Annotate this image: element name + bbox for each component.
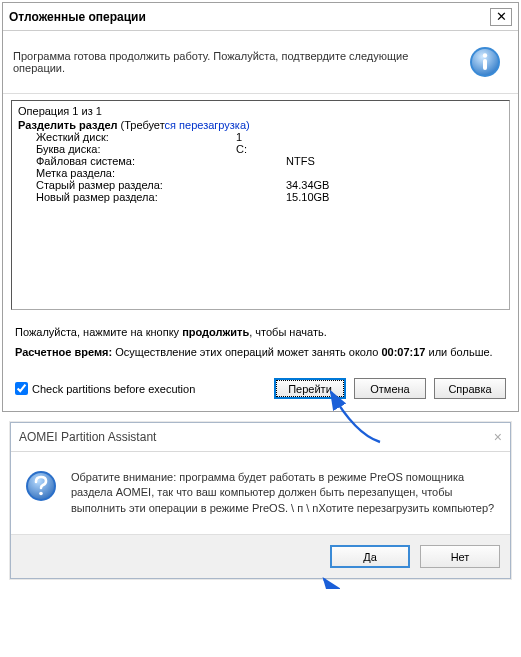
help-button[interactable]: Справка: [434, 378, 506, 399]
pending-operations-dialog: Отложенные операции ✕ Программа готова п…: [2, 2, 519, 412]
row-oldsize: Старый размер раздела:34.34GB: [18, 179, 503, 191]
info-header: Программа готова продолжить работу. Пожа…: [3, 31, 518, 94]
proceed-button[interactable]: Перейти: [274, 378, 346, 399]
row-drive: Буква диска:C:: [18, 143, 503, 155]
confirm-close-button[interactable]: ×: [494, 429, 502, 445]
titlebar: Отложенные операции ✕: [3, 3, 518, 31]
question-icon: [25, 470, 57, 502]
confirm-restart-dialog: AOMEI Partition Assistant × Обратите вни…: [10, 422, 511, 579]
bottom-bar: Check partitions before execution Перейт…: [3, 372, 518, 411]
button-row: Перейти Отмена Справка: [274, 378, 506, 399]
operation-counter: Операция 1 из 1: [18, 105, 503, 117]
row-fs: Файловая система:NTFS: [18, 155, 503, 167]
confirm-title: AOMEI Partition Assistant: [19, 430, 156, 444]
close-button[interactable]: ✕: [490, 8, 512, 26]
row-label: Метка раздела:: [18, 167, 503, 179]
row-hdd: Жесткий диск:1: [18, 131, 503, 143]
check-partitions-checkbox[interactable]: Check partitions before execution: [15, 382, 195, 395]
operations-list: Операция 1 из 1 Разделить раздел (Требуе…: [11, 100, 510, 310]
confirm-message: Обратите внимание: программа будет работ…: [71, 470, 496, 516]
svg-point-2: [483, 53, 487, 57]
no-button[interactable]: Нет: [420, 545, 500, 568]
eta-line: Расчетное время: Осуществление этих опер…: [15, 346, 506, 358]
operation-name: Разделить раздел: [18, 119, 118, 131]
yes-button[interactable]: Да: [330, 545, 410, 568]
continue-prompt: Пожалуйста, нажмите на кнопку продолжить…: [15, 326, 506, 338]
operations-area: Операция 1 из 1 Разделить раздел (Требуе…: [3, 94, 518, 316]
confirm-body: Обратите внимание: программа будет работ…: [11, 452, 510, 534]
dialog-title: Отложенные операции: [9, 10, 146, 24]
message-area: Пожалуйста, нажмите на кнопку продолжить…: [3, 316, 518, 372]
svg-point-6: [39, 492, 43, 496]
info-icon: [462, 39, 508, 85]
svg-rect-3: [483, 59, 487, 70]
confirm-footer: Да Нет: [11, 534, 510, 578]
row-newsize: Новый размер раздела:15.10GB: [18, 191, 503, 203]
confirm-titlebar: AOMEI Partition Assistant ×: [11, 423, 510, 452]
cancel-button[interactable]: Отмена: [354, 378, 426, 399]
check-partitions-input[interactable]: [15, 382, 28, 395]
intro-text: Программа готова продолжить работу. Пожа…: [13, 50, 462, 74]
operation-title: Разделить раздел (Требуется перезагрузка…: [18, 119, 503, 131]
